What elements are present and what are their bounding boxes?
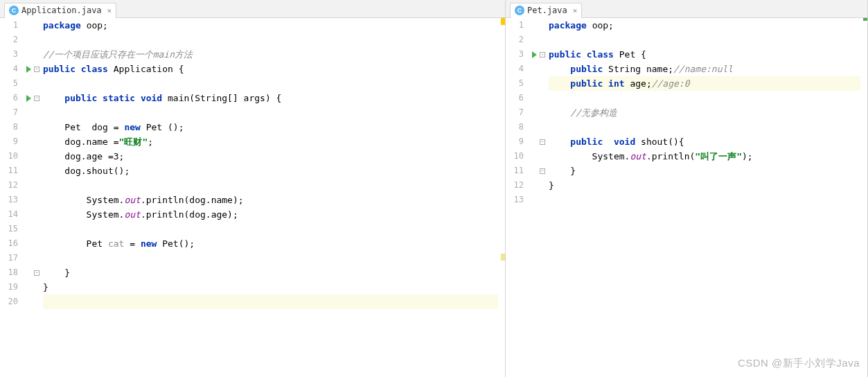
run-marker-slot — [529, 164, 539, 178]
code-line[interactable] — [549, 120, 867, 134]
code-line[interactable]: System.out.println(dog.name); — [43, 193, 505, 207]
right-editor-pane: C Pet.java × 12345678910111213 --- packa… — [506, 0, 868, 377]
code-line[interactable] — [43, 76, 505, 91]
fold-icon[interactable]: - — [34, 67, 39, 72]
run-icon[interactable] — [26, 95, 31, 102]
line-number: 7 — [506, 105, 529, 120]
code-line[interactable]: //一个项目应该只存在一个main方法 — [43, 47, 505, 62]
fold-marker-slot — [33, 207, 40, 222]
code-line[interactable]: public String name;//name:null — [549, 62, 867, 76]
code-line[interactable] — [43, 33, 505, 47]
class-icon: C — [9, 6, 19, 15]
run-icon[interactable] — [26, 66, 31, 73]
fold-marker-slot — [33, 120, 40, 134]
left-editor-pane: C Application.java × 1234567891011121314… — [0, 0, 506, 377]
line-number: 12 — [506, 178, 529, 193]
right-fold-markers: --- — [539, 18, 546, 377]
code-line[interactable]: public class Application { — [43, 62, 505, 76]
code-line[interactable] — [549, 33, 867, 47]
line-number: 12 — [0, 178, 24, 193]
run-marker-slot — [24, 105, 33, 120]
fold-marker-slot — [33, 164, 40, 178]
code-line[interactable]: } — [549, 178, 867, 193]
run-marker-slot — [24, 76, 33, 91]
code-line[interactable]: } — [43, 280, 505, 295]
right-tabbar: C Pet.java × — [506, 0, 867, 18]
close-icon[interactable]: × — [573, 6, 578, 15]
fold-marker-slot — [33, 105, 40, 120]
fold-marker-slot — [539, 76, 546, 91]
run-marker-slot — [529, 178, 539, 193]
fold-marker-slot — [33, 47, 40, 62]
code-line[interactable]: public static void main(String[] args) { — [43, 91, 505, 105]
run-marker-slot — [24, 120, 33, 134]
fold-icon[interactable]: - — [540, 168, 545, 174]
fold-marker-slot — [33, 134, 40, 149]
right-code-area[interactable]: package oop; public class Pet { public S… — [546, 18, 867, 377]
line-number: 2 — [506, 33, 529, 47]
left-line-numbers: 1234567891011121314151617181920 — [0, 18, 24, 377]
tab-application-java[interactable]: C Application.java × — [4, 3, 116, 18]
code-line[interactable]: dog.age =3; — [43, 149, 505, 164]
fold-marker-slot — [33, 222, 40, 236]
code-line[interactable]: package oop; — [549, 18, 867, 33]
run-icon[interactable] — [532, 51, 537, 58]
code-line[interactable]: System.out.println("叫了一声"); — [549, 149, 867, 164]
code-line[interactable]: Pet cat = new Pet(); — [43, 236, 505, 251]
code-line[interactable] — [549, 91, 867, 105]
code-line[interactable]: public void shout(){ — [549, 134, 867, 149]
close-icon[interactable]: × — [107, 6, 112, 15]
code-line[interactable]: dog.shout(); — [43, 164, 505, 178]
tab-label: Application.java — [21, 6, 102, 15]
line-number: 4 — [0, 62, 24, 76]
line-number: 3 — [0, 47, 24, 62]
ok-marker[interactable] — [863, 18, 867, 21]
fold-marker-slot — [539, 120, 546, 134]
code-line[interactable]: dog.name ="旺财"; — [43, 134, 505, 149]
left-code-area[interactable]: package oop; //一个项目应该只存在一个main方法public c… — [40, 18, 505, 377]
fold-icon[interactable]: - — [34, 270, 39, 276]
code-line[interactable]: public int age;//age:0 — [549, 76, 867, 91]
run-marker-slot — [24, 251, 33, 265]
code-line[interactable] — [549, 193, 867, 207]
code-line[interactable]: Pet dog = new Pet (); — [43, 120, 505, 134]
fold-icon[interactable]: - — [540, 52, 545, 58]
code-line[interactable]: } — [549, 164, 867, 178]
fold-marker-slot — [539, 193, 546, 207]
line-number: 11 — [506, 164, 529, 178]
code-line[interactable] — [43, 178, 505, 193]
code-line[interactable] — [43, 105, 505, 120]
left-editor[interactable]: 1234567891011121314151617181920 --- pack… — [0, 18, 505, 377]
fold-marker-slot — [33, 280, 40, 295]
code-line[interactable]: public class Pet { — [549, 47, 867, 62]
code-line[interactable] — [43, 251, 505, 265]
right-line-numbers: 12345678910111213 — [506, 18, 529, 377]
fold-marker-slot: - — [539, 134, 546, 149]
code-line[interactable] — [43, 222, 505, 236]
tab-pet-java[interactable]: C Pet.java × — [510, 3, 582, 18]
run-marker-slot — [529, 120, 539, 134]
fold-marker-slot — [33, 295, 40, 309]
right-editor[interactable]: 12345678910111213 --- package oop; publi… — [506, 18, 867, 377]
code-line[interactable]: //无参构造 — [549, 105, 867, 120]
run-marker-slot — [24, 222, 33, 236]
modified-marker[interactable] — [501, 254, 505, 261]
line-number: 4 — [506, 62, 529, 76]
code-line[interactable]: System.out.println(dog.age); — [43, 207, 505, 222]
run-marker-slot — [24, 91, 33, 105]
fold-marker-slot — [539, 91, 546, 105]
fold-icon[interactable]: - — [34, 96, 39, 101]
warning-marker[interactable] — [501, 18, 505, 25]
run-marker-slot — [24, 134, 33, 149]
code-line[interactable]: package oop; — [43, 18, 505, 33]
fold-marker-slot: - — [33, 91, 40, 105]
run-marker-slot — [24, 193, 33, 207]
code-line[interactable]: } — [43, 265, 505, 280]
run-marker-slot — [24, 280, 33, 295]
run-marker-slot — [529, 76, 539, 91]
line-number: 1 — [0, 18, 24, 33]
right-run-markers — [529, 18, 539, 377]
fold-icon[interactable]: - — [540, 139, 545, 145]
fold-marker-slot: - — [33, 62, 40, 76]
code-line[interactable] — [43, 295, 505, 309]
